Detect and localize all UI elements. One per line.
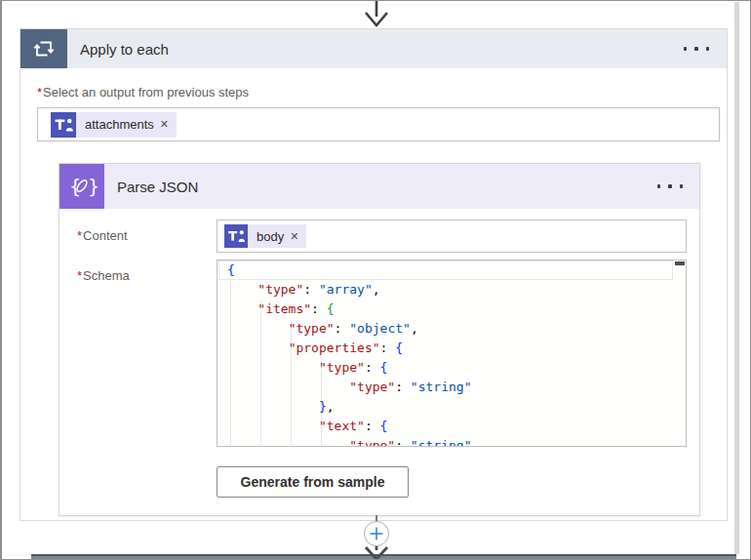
insert-step-button[interactable] bbox=[364, 521, 389, 546]
schema-editor[interactable]: { "type": "array", "items": { "type": "o… bbox=[217, 260, 687, 447]
code-line: "type": { bbox=[227, 358, 686, 378]
remove-token-icon[interactable]: ✕ bbox=[290, 230, 298, 243]
flow-designer-canvas: Apply to each *Select an output from pre… bbox=[0, 0, 751, 560]
code-line: }, bbox=[227, 397, 686, 417]
teams-icon bbox=[224, 224, 248, 248]
parse-json-icon: { } bbox=[59, 164, 104, 209]
apply-to-each-header[interactable]: Apply to each bbox=[20, 29, 727, 68]
code-line: "type": "string" bbox=[227, 378, 686, 397]
arrow-down-icon bbox=[361, 1, 392, 28]
content-label: *Content bbox=[77, 228, 128, 243]
canvas-scrollbar[interactable] bbox=[734, 2, 739, 554]
remove-token-icon[interactable]: ✕ bbox=[160, 118, 169, 131]
token-label: attachments bbox=[85, 117, 154, 132]
select-output-label: *Select an output from previous steps bbox=[37, 85, 249, 100]
teams-icon bbox=[51, 112, 76, 138]
more-options-button[interactable] bbox=[682, 41, 712, 57]
svg-text:{: { bbox=[69, 176, 81, 197]
svg-text:}: } bbox=[88, 176, 99, 197]
required-marker: * bbox=[77, 268, 82, 283]
code-line: { bbox=[227, 260, 686, 280]
apply-to-each-card: Apply to each *Select an output from pre… bbox=[20, 28, 728, 521]
apply-to-each-title: Apply to each bbox=[80, 41, 169, 58]
code-line: "type": "array", bbox=[227, 280, 686, 300]
token-label: body bbox=[257, 229, 284, 244]
dynamic-token-attachments[interactable]: attachments ✕ bbox=[51, 112, 177, 138]
code-line: "type": "string" bbox=[227, 436, 686, 447]
generate-from-sample-button[interactable]: Generate from sample bbox=[217, 466, 409, 498]
parse-json-header[interactable]: { } Parse JSON bbox=[59, 164, 699, 209]
required-marker: * bbox=[77, 228, 82, 243]
dynamic-token-body[interactable]: body ✕ bbox=[224, 224, 306, 248]
code-line: "text": { bbox=[227, 417, 686, 436]
schema-label: *Schema bbox=[77, 268, 130, 283]
loop-icon bbox=[20, 29, 67, 68]
more-options-button[interactable] bbox=[655, 179, 686, 194]
code-line: "items": { bbox=[227, 300, 686, 319]
required-marker: * bbox=[37, 85, 42, 100]
parse-json-card: { } Parse JSON *Content bbox=[59, 163, 700, 516]
code-line: "type": "object", bbox=[227, 319, 686, 339]
arrow-down-icon bbox=[362, 544, 391, 560]
schema-code: { "type": "array", "items": { "type": "o… bbox=[217, 260, 686, 447]
select-output-input[interactable]: attachments ✕ bbox=[37, 107, 720, 141]
content-input[interactable]: body ✕ bbox=[217, 220, 687, 253]
scrollbar-cursor-mark bbox=[675, 261, 685, 265]
code-line: "properties": { bbox=[227, 339, 686, 358]
parse-json-title: Parse JSON bbox=[117, 179, 198, 195]
